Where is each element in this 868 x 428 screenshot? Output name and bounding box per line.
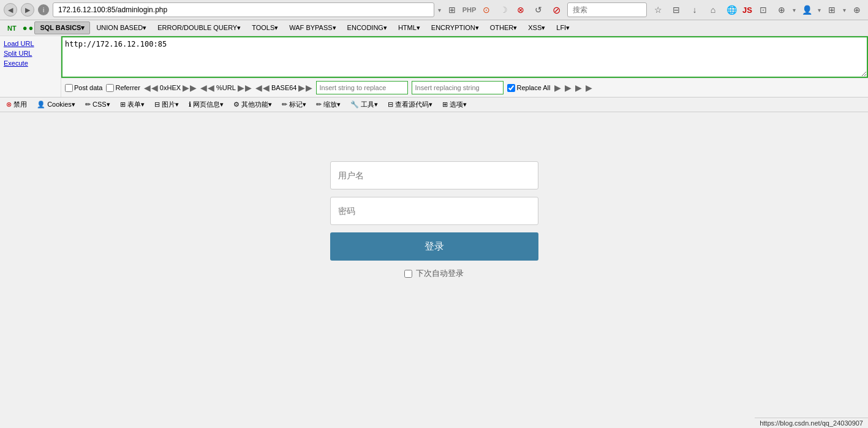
zoom-icon: ✏ [316,101,322,108]
tools-button[interactable]: 🔧 工具▾ [347,99,382,110]
referrer-checkbox[interactable]: Referrer [106,84,140,92]
replace-forward-arrow[interactable]: ▶ [554,83,561,93]
base64-encode-arrow2[interactable]: ▶ [306,83,312,93]
base64-decode-arrow2[interactable]: ◀ [263,83,270,93]
login-button[interactable]: 登录 [330,232,538,261]
replace-all-checkbox[interactable]: Replace All [507,84,550,92]
url-encode-arrow2[interactable]: ▶ [245,83,252,93]
remember-checkbox[interactable] [404,270,412,278]
hex-encode-label: 0xHEX [159,84,182,91]
home-icon[interactable]: ⌂ [706,2,720,17]
ublock-icon[interactable]: ⊗ [513,2,528,17]
hex-encode-arrow2[interactable]: ▶ [190,83,197,93]
hex-decode-arrow[interactable]: ◀ [144,83,151,93]
css-label: CSS▾ [92,101,110,108]
split-url-button[interactable]: Split URL [4,48,57,58]
menu-item-tools[interactable]: TOOLS▾ [247,22,283,34]
green-dot-2: ● [29,23,34,32]
page-info-button[interactable]: ℹ 网页信息▾ [185,99,227,110]
options-label: 选项▾ [450,101,467,108]
insert-replacing-string-input[interactable] [412,81,504,94]
menu-item-union-based[interactable]: UNION BASED▾ [91,22,151,34]
base64-encode-arrow[interactable]: ▶ [298,83,305,93]
replace-all-check[interactable] [507,84,515,92]
load-url-button[interactable]: Load URL [4,39,57,48]
zoom-icon[interactable]: ⊕ [850,2,864,17]
page-content: 登录 下次自动登录 [0,112,868,382]
responsive-icon[interactable]: ⊞ [825,2,839,17]
hex-encode-arrow[interactable]: ▶ [183,83,189,93]
back-button[interactable]: ◀ [4,3,17,17]
hackbar-options-row: Post data Referrer ◀ ◀ 0xHEX ▶ ▶ ◀ [61,78,868,97]
post-data-check[interactable] [65,84,73,92]
menu-item-nt[interactable]: NT [2,23,21,34]
bookmark-icon[interactable]: ⊟ [669,2,684,17]
menu-item-lfi[interactable]: LFI▾ [551,22,575,34]
mark-button[interactable]: ✏ 标记▾ [278,99,310,110]
source-button[interactable]: ⊟ 查看源代码▾ [384,99,436,110]
cookies-label: Cookies▾ [47,101,75,108]
options-button[interactable]: ⊞ 选项▾ [439,99,470,110]
tools-icon: 🔧 [350,101,359,108]
username-input[interactable] [330,161,538,189]
referrer-check[interactable] [106,84,114,92]
browser-toolbar: ◀ ▶ i ▾ ⊞ PHP ⊙ ☽ ⊗ ↺ ⊘ ☆ ⊟ ↓ ⌂ 🌐 JS ⊡ ⊕… [0,0,868,20]
extensions-icon[interactable]: ⊕ [774,2,789,17]
menu-item-other[interactable]: OTHER▾ [485,22,523,34]
moon-icon[interactable]: ☽ [496,2,511,17]
php-icon[interactable]: PHP [462,2,477,17]
url-decode-arrow2[interactable]: ◀ [208,83,214,93]
hackbar: NT ● ● SQL BASICS▾ UNION BASED▾ ERROR/DO… [0,20,868,112]
menu-item-encoding[interactable]: ENCODING▾ [342,22,392,34]
disable-label: 禁用 [13,101,27,108]
reload-button[interactable]: ↺ [532,3,545,17]
sync-dropdown-icon[interactable]: ▾ [818,7,821,13]
hex-decode-arrow2[interactable]: ◀ [151,83,158,93]
menu-item-html[interactable]: HTML▾ [393,22,425,34]
post-data-checkbox[interactable]: Post data [65,84,102,92]
other-func-button[interactable]: ⚙ 其他功能▾ [230,99,276,110]
download-manager-icon[interactable]: ⊞ [445,2,459,17]
screenshot-icon[interactable]: ⊡ [756,2,771,17]
responsive-dropdown-icon[interactable]: ▾ [843,7,846,13]
disable-button[interactable]: ⊗ 禁用 [2,99,31,110]
replace-forward-arrow3[interactable]: ▶ [575,83,582,93]
forward-button[interactable]: ▶ [21,3,34,17]
globe-icon[interactable]: 🌐 [724,2,739,17]
forms-button[interactable]: ⊞ 表单▾ [116,99,148,110]
menu-item-sql-basics[interactable]: SQL BASICS▾ [34,21,90,34]
execute-button[interactable]: Execute [4,58,57,68]
address-bar[interactable] [53,2,434,17]
tools-label: 工具▾ [361,101,378,108]
images-button[interactable]: ⊟ 图片▾ [151,99,183,110]
replace-all-label: Replace All [516,84,550,91]
ubuntu-icon[interactable]: ⊙ [479,2,494,17]
menu-item-encryption[interactable]: ENCRYPTION▾ [426,22,484,34]
block-icon[interactable]: ⊘ [549,2,564,17]
js-icon[interactable]: JS [742,6,752,15]
replace-forward-arrow4[interactable]: ▶ [586,83,592,93]
replace-forward-arrow2[interactable]: ▶ [565,83,572,93]
zoom-button[interactable]: ✏ 缩放▾ [312,99,344,110]
source-label: 查看源代码▾ [395,101,432,108]
url-decode-arrow[interactable]: ◀ [200,83,207,93]
toolbar-more-icon[interactable]: ▾ [793,7,796,13]
address-dropdown-icon[interactable]: ▾ [438,7,441,13]
css-button[interactable]: ✏ CSS▾ [81,99,114,110]
url-textarea[interactable]: http://172.16.12.100:85 [61,36,868,78]
insert-string-to-replace-input[interactable] [316,81,408,94]
download-icon[interactable]: ↓ [687,2,702,17]
menu-item-error-double[interactable]: ERROR/DOUBLE QUERY▾ [153,22,246,34]
cookies-button[interactable]: 👤 Cookies▾ [33,99,79,110]
base64-decode-arrow[interactable]: ◀ [255,83,262,93]
menu-item-waf-bypass[interactable]: WAF BYPASS▾ [284,22,341,34]
browser-icons: ⊞ PHP ⊙ ☽ ⊗ [445,2,528,17]
sync-icon[interactable]: 👤 [799,2,814,17]
star-icon[interactable]: ☆ [651,2,665,17]
search-bar[interactable] [567,2,647,17]
menu-item-xss[interactable]: XSS▾ [523,22,550,34]
password-input[interactable] [330,197,538,225]
url-encode-arrow[interactable]: ▶ [238,83,244,93]
post-data-label: Post data [74,84,102,91]
page-info-label: 网页信息▾ [193,101,224,108]
